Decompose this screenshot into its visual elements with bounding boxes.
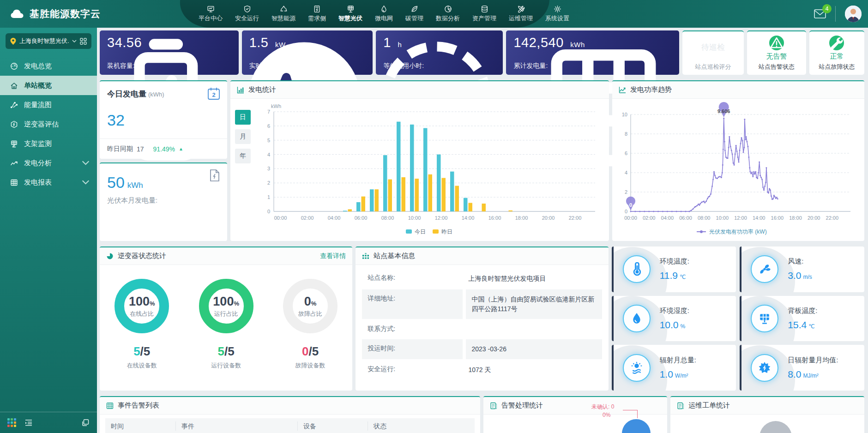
device-count: 5/5 (133, 344, 150, 359)
nav-item-ops[interactable]: 运维管理 (509, 5, 533, 23)
inverter-status-header: 逆变器状态统计 查看详情 (100, 247, 352, 265)
svg-text:2: 2 (625, 189, 627, 195)
weather-icon-ring (751, 354, 778, 382)
inverter-gauges: 100% 在线占比 5/5 在线设备数 100% 运行占比 5/5 运行设备数 … (100, 265, 352, 370)
donut-ring: 100% 在线占比 (115, 279, 169, 333)
generation-bar-chart: kWh0123456700:0002:0004:0006:0008:0010:0… (256, 102, 600, 240)
gen-analysis-icon (10, 159, 18, 167)
panel-temp-icon (758, 312, 772, 325)
legend-today[interactable]: 今日 (406, 229, 426, 235)
nav-item-microgrid[interactable]: 微电网 (375, 5, 393, 23)
cloud-logo-icon (10, 9, 24, 19)
weather-label: 环境湿度: (660, 307, 689, 315)
sidebar-item-gen-analysis[interactable]: 发电分析 (0, 153, 97, 173)
station-selector[interactable]: 上海良时智慧光伏... (6, 33, 91, 49)
svg-text:00:00: 00:00 (624, 215, 637, 221)
alarm-pie-label: 未确认: 0 0% (591, 403, 614, 419)
event-table-header: 时间事件设备状态 (105, 418, 475, 433)
nav-item-smart-pv[interactable]: 智慧光伏 (338, 5, 362, 23)
view-details-link[interactable]: 查看详情 (320, 252, 346, 260)
nav-item-settings[interactable]: 系统设置 (545, 5, 569, 23)
svg-text:20:00: 20:00 (542, 215, 555, 221)
kpi-card-3: 142,540 kWh累计发电量: (506, 30, 679, 75)
station-grid-icon[interactable] (80, 38, 87, 45)
user-avatar[interactable] (845, 6, 862, 22)
legend-yesterday[interactable]: 昨日 (433, 229, 452, 235)
svg-text:4: 4 (625, 170, 627, 175)
nav-item-smart-energy[interactable]: 智慧能源 (271, 5, 295, 23)
weather-label: 环境温度: (660, 257, 689, 266)
svg-text:04:00: 04:00 (661, 215, 674, 221)
site-info-label: 投运时间: (362, 339, 463, 359)
svg-text:今日: 今日 (415, 229, 426, 235)
chevron-down-icon (72, 40, 77, 43)
energy-doc-icon (209, 169, 221, 182)
weather-icon-ring (623, 305, 651, 332)
status-card-0: 待巡检站点巡检评分 (682, 30, 744, 75)
sidebar-item-station[interactable]: 单站概览 (0, 76, 97, 95)
station-name: 上海良时智慧光伏... (19, 37, 69, 45)
nav-item-label: 平台中心 (199, 14, 223, 23)
location-pin-icon (10, 38, 16, 45)
settings-icon (554, 5, 561, 13)
site-info-row: 站点名称: 上海良时智慧光伏发电项目 (362, 269, 602, 289)
site-info-row: 详细地址: 中国（上海）自由贸易试验区临港新片区新四平公路1117号 (362, 289, 602, 319)
weather-grid: 环境温度: 11.9℃风速: 3.0m/s环境湿度: 10.0%背板温度: 15… (612, 247, 864, 391)
sidebar-item-overview[interactable]: 发电总览 (0, 56, 97, 76)
apps-grid-icon[interactable] (7, 418, 16, 427)
ring-percent: 100% (213, 295, 239, 309)
nav-item-label: 安全运行 (235, 14, 259, 23)
unread-count-badge: 4 (822, 4, 832, 13)
weather-label: 背板温度: (788, 307, 817, 315)
svg-text:02:00: 02:00 (643, 215, 656, 221)
asset-icon (481, 5, 488, 13)
collapse-menu-icon[interactable] (24, 419, 33, 427)
app-title: 基胜能源数字云 (30, 7, 101, 20)
alert-triangle-icon (769, 36, 784, 50)
legend-pv-power[interactable]: 光伏发电有功功率 (kW) (697, 229, 767, 235)
event-alarm-card: 事件告警列表 时间事件设备状态 (100, 396, 480, 433)
weather-value: 10.0% (660, 319, 689, 331)
tab-period-2[interactable]: 年 (235, 149, 251, 163)
station-icon (10, 82, 18, 90)
sidebar-item-energy-flow[interactable]: 能量流图 (0, 95, 97, 114)
energy-flow-icon (10, 101, 18, 109)
ring-percent: 0% (304, 295, 317, 309)
smart-pv-icon (347, 5, 355, 13)
sidebar-item-report[interactable]: 发电报表 (0, 173, 97, 192)
kpi-row: 34.56装机容量:1.5 kW实时功率:1 h等效利用小时:24142,540… (100, 30, 864, 75)
top-navigation-bar: 基胜能源数字云 平台中心安全运行智慧能源需求侧智慧光伏微电网碳管理数据分析资产管… (0, 0, 868, 28)
messages-button[interactable]: 4 (814, 9, 826, 19)
demand-side-icon (313, 5, 321, 13)
nav-item-platform-center[interactable]: 平台中心 (199, 5, 223, 23)
compare-percent: 91.49% (153, 145, 175, 153)
svg-text:4: 4 (267, 152, 270, 157)
multi-window-icon[interactable] (81, 419, 90, 427)
sidebar-item-label: 发电总览 (24, 62, 52, 71)
data-analysis-icon (444, 5, 452, 13)
weather-card-thermometer: 环境温度: 11.9℃ (612, 247, 736, 292)
nav-item-asset[interactable]: 资产管理 (472, 5, 496, 23)
weather-label: 日辐射量月均值: (788, 356, 838, 365)
svg-text:08:00: 08:00 (381, 215, 394, 221)
nav-item-safe-run[interactable]: 安全运行 (235, 5, 259, 23)
weather-value: 8.0MJ/m² (788, 369, 838, 380)
ring-percent-label: 运行占比 (214, 310, 238, 318)
wrench-badge (829, 36, 844, 50)
alert-triangle-badge (769, 36, 784, 50)
event-alarm-title: 事件告警列表 (118, 401, 159, 410)
ring-percent-label: 在线占比 (130, 310, 154, 318)
tab-period-1[interactable]: 月 (235, 129, 251, 144)
sidebar-item-inverter-eval[interactable]: 逆变器评估 (0, 114, 97, 134)
generation-stats-header: 发电统计 (230, 81, 609, 99)
tab-period-0[interactable]: 日 (235, 110, 251, 125)
power-trend-title: 发电功率趋势 (630, 85, 672, 94)
sidebar-item-rack[interactable]: 支架监测 (0, 134, 97, 153)
site-info-label: 安全运行: (362, 360, 463, 380)
nav-item-carbon[interactable]: 碳管理 (405, 5, 423, 23)
nav-item-label: 需求侧 (308, 14, 326, 23)
svg-text:22:00: 22:00 (569, 215, 582, 221)
nav-item-demand-side[interactable]: 需求侧 (308, 5, 326, 23)
nav-item-data-analysis[interactable]: 数据分析 (436, 5, 460, 23)
nav-item-label: 系统设置 (545, 14, 569, 23)
